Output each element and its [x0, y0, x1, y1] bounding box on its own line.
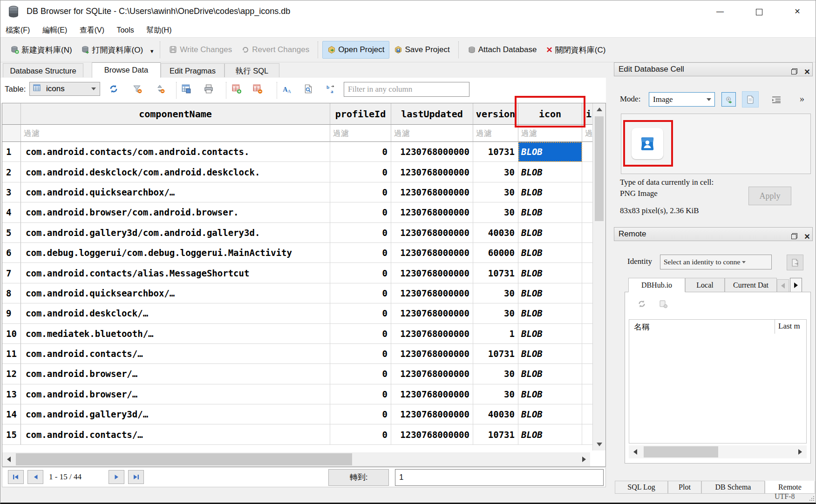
cell-version[interactable]: 30	[473, 303, 518, 323]
cell-partial[interactable]	[582, 283, 593, 303]
next-record-button[interactable]	[109, 470, 124, 484]
cell-version[interactable]: 30	[473, 182, 518, 202]
cell-version[interactable]: 60000	[473, 243, 518, 263]
cell-profileId[interactable]: 0	[330, 283, 391, 303]
vertical-scroll-thumb[interactable]	[595, 116, 604, 221]
cell-profileId[interactable]: 0	[330, 384, 391, 404]
tab-scroll-left-button[interactable]	[777, 279, 789, 292]
cell-componentName[interactable]: com.android.contacts/com.android.contact…	[21, 142, 330, 162]
refresh-remote-icon[interactable]	[637, 299, 647, 309]
save-project-button[interactable]: Save Project	[389, 41, 454, 58]
font-format-icon[interactable]: AA	[282, 84, 292, 94]
filter-profileId[interactable]: 過濾	[330, 125, 391, 142]
cell-componentName[interactable]: com.android.browser/com.android.browser.	[21, 202, 330, 222]
cell-profileId[interactable]: 0	[330, 344, 391, 364]
cell-componentName[interactable]: com.android.browser/…	[21, 364, 330, 384]
goto-button[interactable]: 轉到:	[328, 469, 389, 486]
word-wrap-button[interactable]	[770, 93, 783, 106]
dock-tab-plot[interactable]: Plot	[668, 481, 701, 494]
cell-icon[interactable]: BLOB	[518, 364, 582, 384]
cell-lastUpdated[interactable]: 1230768000000	[391, 243, 473, 263]
tab-database-structure[interactable]: Database Structure	[3, 63, 83, 77]
scroll-right-button[interactable]	[578, 453, 590, 465]
cell-icon[interactable]: BLOB	[518, 283, 582, 303]
cell-componentName[interactable]: com.android.contacts/alias.MessageShortc…	[21, 263, 330, 283]
cell-lastUpdated[interactable]: 1230768000000	[391, 424, 473, 444]
cell-componentName[interactable]: com.android.deskclock/…	[21, 303, 330, 323]
cell-profileId[interactable]: 0	[330, 182, 391, 202]
write-changes-button[interactable]: Write Changes	[164, 41, 237, 58]
scroll-left-button[interactable]	[630, 446, 641, 457]
print-icon[interactable]	[204, 84, 214, 94]
cell-partial[interactable]	[582, 263, 593, 283]
cell-icon[interactable]: BLOB	[518, 404, 582, 424]
cell-version[interactable]: 30	[473, 384, 518, 404]
dock-tab-db-schema[interactable]: DB Schema	[701, 481, 765, 494]
last-modified-column-header[interactable]: Last m	[778, 322, 800, 331]
scroll-up-button[interactable]	[593, 103, 605, 115]
cell-profileId[interactable]: 0	[330, 404, 391, 424]
filter-any-column-input[interactable]: Filter in any column	[344, 82, 469, 97]
cell-icon[interactable]: BLOB	[518, 223, 582, 243]
cell-version[interactable]: 40030	[473, 404, 518, 424]
identity-selector[interactable]: Select an identity to conne	[660, 255, 772, 269]
remote-tab-local[interactable]: Local	[685, 278, 725, 292]
previous-record-button[interactable]	[27, 470, 43, 484]
cell-version[interactable]: 10731	[473, 344, 518, 364]
cell-lastUpdated[interactable]: 1230768000000	[391, 202, 473, 222]
cell-lastUpdated[interactable]: 1230768000000	[391, 162, 473, 182]
cell-icon[interactable]: BLOB	[518, 303, 582, 323]
find-in-document-icon[interactable]	[303, 84, 313, 94]
cell-partial[interactable]	[582, 182, 593, 202]
close-button[interactable]: ✕	[787, 4, 808, 19]
remote-horizontal-scrollbar[interactable]	[629, 445, 807, 458]
cell-componentName[interactable]: com.android.gallery3d/com.android.galler…	[21, 223, 330, 243]
cell-lastUpdated[interactable]: 1230768000000	[391, 263, 473, 283]
cell-profileId[interactable]: 0	[330, 263, 391, 283]
cell-lastUpdated[interactable]: 1230768000000	[391, 404, 473, 424]
clone-database-button[interactable]	[787, 255, 803, 270]
column-header-lastUpdated[interactable]: lastUpdated	[391, 103, 473, 125]
cell-partial[interactable]	[582, 364, 593, 384]
cell-lastUpdated[interactable]: 1230768000000	[391, 303, 473, 323]
close-panel-button[interactable]: ✕	[803, 66, 811, 74]
maximize-button[interactable]	[748, 4, 770, 19]
insert-record-icon[interactable]	[231, 84, 242, 94]
cell-partial[interactable]	[582, 303, 593, 323]
cell-lastUpdated[interactable]: 1230768000000	[391, 182, 473, 202]
float-panel-button[interactable]	[791, 66, 800, 74]
cell-version[interactable]: 30	[473, 162, 518, 182]
filter-version[interactable]: 過濾	[473, 125, 518, 142]
cell-partial[interactable]	[582, 243, 593, 263]
minimize-button[interactable]: —	[709, 4, 731, 19]
close-database-button[interactable]: ✕ 關閉資料庫(C)	[541, 41, 610, 59]
cell-partial[interactable]	[582, 142, 593, 162]
cell-icon[interactable]: BLOB	[518, 243, 582, 263]
remote-scroll-thumb[interactable]	[644, 446, 718, 457]
cell-lastUpdated[interactable]: 1230768000000	[391, 364, 473, 384]
cell-partial[interactable]	[582, 404, 593, 424]
cell-icon[interactable]: BLOB	[518, 182, 582, 202]
text-mode-button[interactable]	[742, 91, 759, 108]
cell-lastUpdated[interactable]: 1230768000000	[391, 344, 473, 364]
panel-splitter[interactable]	[606, 62, 614, 504]
tab-scroll-right-button[interactable]	[790, 278, 802, 292]
cell-lastUpdated[interactable]: 1230768000000	[391, 283, 473, 303]
remote-tab-current-database[interactable]: Current Dat	[725, 278, 777, 292]
cell-icon[interactable]: BLOB	[518, 344, 582, 364]
tab-edit-pragmas[interactable]: Edit Pragmas	[161, 63, 224, 77]
tab-browse-data[interactable]: Browse Data	[92, 62, 161, 78]
menu-view[interactable]: 查看(V)	[75, 24, 109, 37]
open-database-button[interactable]: 打開資料庫(O)	[77, 41, 148, 59]
cell-partial[interactable]	[582, 162, 593, 182]
cell-profileId[interactable]: 0	[330, 303, 391, 323]
cell-partial[interactable]	[582, 344, 593, 364]
attach-database-button[interactable]: Attach Database	[463, 41, 542, 58]
column-header-profileId[interactable]: profileId	[330, 103, 391, 125]
cell-componentName[interactable]: com.android.quicksearchbox/…	[21, 182, 330, 202]
cell-componentName[interactable]: com.android.browser/…	[21, 384, 330, 404]
cell-profileId[interactable]: 0	[330, 424, 391, 444]
new-database-button[interactable]: 新建資料庫(N)	[6, 41, 77, 59]
goto-record-input[interactable]: 1	[395, 469, 604, 486]
cell-icon[interactable]: BLOB	[518, 142, 582, 162]
